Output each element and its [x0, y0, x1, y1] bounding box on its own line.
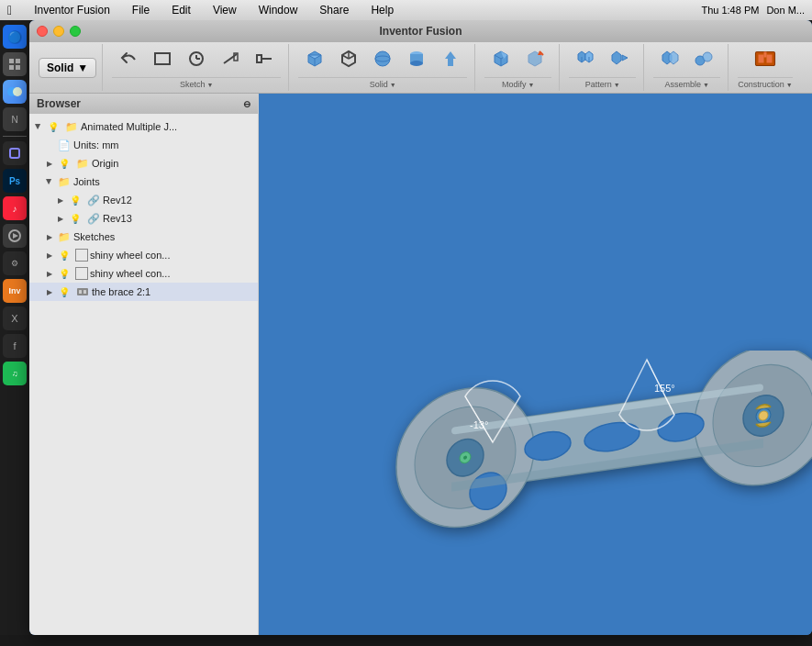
tree-item-origin[interactable]: ▶ 💡 📁 Origin	[29, 154, 258, 173]
svg-text:155°: 155°	[654, 383, 675, 394]
solid-group-label: Solid ▼	[298, 77, 467, 89]
svg-text:-13°: -13°	[470, 419, 488, 430]
browser-collapse-icon[interactable]: ⊖	[243, 99, 250, 109]
toolbar-modify-section: Modify ▼	[477, 44, 560, 91]
sketch-line-button[interactable]	[214, 46, 247, 72]
dock-icon-8[interactable]: f	[3, 334, 27, 358]
viewport[interactable]: -13° 155°	[259, 94, 812, 635]
menu-share[interactable]: Share	[316, 3, 352, 17]
pattern-label: Pattern ▼	[569, 77, 636, 89]
solid-box2-button[interactable]	[332, 46, 365, 72]
dock-icon-inventor[interactable]: Inv	[3, 279, 27, 303]
tree-item-units[interactable]: ▶ 📄 Units: mm	[29, 136, 258, 154]
dock-icon-4[interactable]	[3, 141, 27, 165]
assemble-label: Assemble ▼	[653, 77, 720, 89]
expand-rev12[interactable]: ▶	[55, 195, 66, 206]
dock-icon-7[interactable]: X	[3, 306, 27, 330]
expand-shiny1[interactable]: ▶	[44, 250, 55, 261]
tree-item-shiny1[interactable]: ▶ 💡 shiny wheel con...	[29, 246, 258, 264]
cylinder-icon	[406, 48, 428, 70]
assemble-dropdown[interactable]: ▼	[703, 82, 709, 88]
sketch-rect-button[interactable]	[146, 46, 179, 72]
tree-item-rev13[interactable]: ▶ 💡 🔗 Rev13	[29, 209, 258, 228]
tree-label-sketches: Sketches	[73, 231, 115, 242]
mac-menu-bar:  Inventor Fusion File Edit View Window …	[0, 0, 812, 20]
tree-item-joints[interactable]: ▶ 📁 Joints	[29, 173, 258, 191]
svg-marker-45	[622, 55, 628, 61]
assemble-button[interactable]	[653, 46, 686, 72]
dock-icon-finder[interactable]	[3, 80, 27, 104]
folder-icon-origin: 📁	[75, 156, 90, 171]
rectangle-icon	[151, 48, 173, 70]
pattern2-icon	[608, 48, 630, 70]
construction-button[interactable]	[749, 46, 782, 72]
sketch-dropdown[interactable]: ▼	[207, 82, 214, 88]
bulb-icon-rev12: 💡	[68, 193, 83, 207]
sketch-icons-row	[112, 46, 281, 72]
dock-icon-6[interactable]: ⚙	[3, 251, 27, 275]
dock-icon-music[interactable]: ♪	[3, 196, 27, 220]
menu-user: Don M...	[766, 5, 805, 16]
dock-icon-3[interactable]: N	[3, 107, 27, 131]
pattern-button[interactable]	[569, 46, 602, 72]
solid-group-dropdown[interactable]: ▼	[390, 82, 396, 88]
undo-button[interactable]	[112, 46, 145, 72]
dock-icon-2[interactable]	[3, 52, 27, 76]
close-button[interactable]	[37, 26, 48, 37]
modify-dropdown[interactable]: ▼	[528, 82, 535, 88]
bulb-icon-rev13: 💡	[68, 211, 83, 226]
dock-icon-ps[interactable]: Ps	[3, 169, 27, 193]
assemble2-button[interactable]	[687, 46, 720, 72]
assemble-icons-row	[653, 46, 720, 72]
construction-dropdown[interactable]: ▼	[786, 82, 793, 88]
solid-arrow-button[interactable]	[434, 46, 467, 72]
window-controls	[37, 26, 81, 37]
dock-icon-5[interactable]	[3, 224, 27, 248]
solid-box-icon	[304, 48, 326, 70]
minimize-button[interactable]	[53, 26, 64, 37]
expand-root[interactable]: ▶	[33, 121, 44, 132]
tree-item-brace[interactable]: ▶ 💡 the brace 2:1	[29, 283, 258, 301]
expand-rev13[interactable]: ▶	[55, 213, 66, 224]
tree-item-shiny2[interactable]: ▶ 💡 shiny wheel con...	[29, 264, 258, 283]
svg-point-5	[13, 87, 22, 96]
modify2-button[interactable]	[518, 46, 551, 72]
svg-rect-54	[77, 288, 88, 295]
expand-sketches[interactable]: ▶	[44, 231, 55, 242]
svg-rect-9	[155, 53, 170, 64]
maximize-button[interactable]	[70, 26, 81, 37]
dock-icon-1[interactable]: 🔵	[3, 25, 27, 49]
apple-menu[interactable]: 	[7, 3, 12, 17]
app-window: Inventor Fusion Solid ▼	[29, 20, 812, 635]
tree-item-rev12[interactable]: ▶ 💡 🔗 Rev12	[29, 191, 258, 209]
solid-button[interactable]: Solid ▼	[39, 58, 96, 78]
menu-edit[interactable]: Edit	[168, 3, 195, 17]
solid-sphere-button[interactable]	[366, 46, 399, 72]
tree-item-sketches[interactable]: ▶ 📁 Sketches	[29, 228, 258, 246]
sketch-clock-button[interactable]	[180, 46, 213, 72]
pattern-dropdown[interactable]: ▼	[614, 82, 620, 88]
dock-icon-spotify[interactable]: ♫	[3, 362, 27, 385]
clock-icon	[185, 48, 207, 70]
solid-cylinder-button[interactable]	[400, 46, 433, 72]
pattern2-button[interactable]	[603, 46, 636, 72]
bulb-icon-brace: 💡	[57, 284, 72, 299]
menu-inventor-fusion[interactable]: Inventor Fusion	[30, 3, 114, 17]
solid-selector[interactable]: Solid ▼	[33, 44, 103, 91]
solid-dropdown-arrow: ▼	[77, 61, 88, 74]
expand-joints[interactable]: ▶	[44, 176, 55, 187]
tree-item-root[interactable]: ▶ 💡 📁 Animated Multiple J...	[29, 117, 258, 136]
solid-box-button[interactable]	[298, 46, 331, 72]
folder-icon-root: 📁	[64, 119, 79, 134]
modify-button[interactable]	[484, 46, 517, 72]
menu-file[interactable]: File	[128, 3, 153, 17]
menu-help[interactable]: Help	[367, 3, 397, 17]
sketch-extra-button[interactable]	[248, 46, 281, 72]
browser-sidebar: Browser ⊖ ▶ 💡 📁 Animated Multiple J... ▶…	[29, 94, 259, 635]
menu-view[interactable]: View	[209, 3, 240, 17]
menu-window[interactable]: Window	[255, 3, 302, 17]
expand-origin[interactable]: ▶	[44, 158, 55, 169]
expand-shiny2[interactable]: ▶	[44, 268, 55, 279]
construction-icon	[754, 48, 776, 70]
expand-brace[interactable]: ▶	[44, 286, 55, 297]
